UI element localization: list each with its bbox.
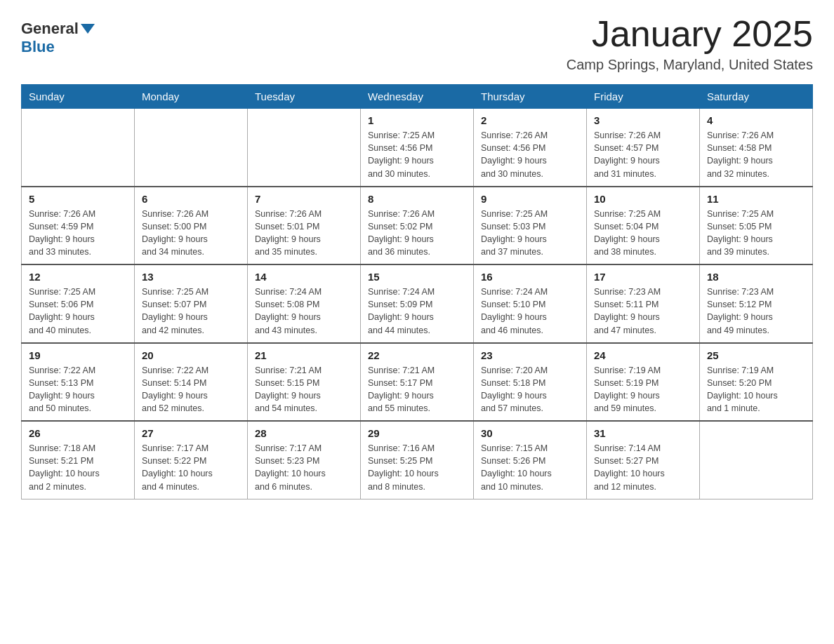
calendar-cell: 15Sunrise: 7:24 AM Sunset: 5:09 PM Dayli…	[361, 264, 474, 343]
calendar-cell: 27Sunrise: 7:17 AM Sunset: 5:22 PM Dayli…	[135, 421, 248, 499]
day-number: 3	[594, 114, 692, 126]
day-info: Sunrise: 7:15 AM Sunset: 5:26 PM Dayligh…	[481, 442, 579, 493]
day-info: Sunrise: 7:19 AM Sunset: 5:19 PM Dayligh…	[594, 364, 692, 415]
calendar-cell	[135, 109, 248, 187]
day-number: 1	[368, 114, 466, 126]
day-info: Sunrise: 7:19 AM Sunset: 5:20 PM Dayligh…	[707, 364, 805, 415]
calendar-cell: 23Sunrise: 7:20 AM Sunset: 5:18 PM Dayli…	[474, 343, 587, 422]
calendar-week-row: 12Sunrise: 7:25 AM Sunset: 5:06 PM Dayli…	[22, 264, 813, 343]
day-number: 26	[29, 427, 127, 439]
calendar-cell	[700, 421, 813, 499]
calendar-cell: 10Sunrise: 7:25 AM Sunset: 5:04 PM Dayli…	[587, 187, 700, 265]
day-info: Sunrise: 7:18 AM Sunset: 5:21 PM Dayligh…	[29, 442, 127, 493]
calendar-cell: 13Sunrise: 7:25 AM Sunset: 5:07 PM Dayli…	[135, 264, 248, 343]
day-number: 6	[142, 193, 240, 205]
calendar-cell: 29Sunrise: 7:16 AM Sunset: 5:25 PM Dayli…	[361, 421, 474, 499]
calendar-cell: 20Sunrise: 7:22 AM Sunset: 5:14 PM Dayli…	[135, 343, 248, 422]
day-info: Sunrise: 7:22 AM Sunset: 5:13 PM Dayligh…	[29, 364, 127, 415]
calendar-cell: 30Sunrise: 7:15 AM Sunset: 5:26 PM Dayli…	[474, 421, 587, 499]
day-number: 20	[142, 349, 240, 361]
day-info: Sunrise: 7:17 AM Sunset: 5:22 PM Dayligh…	[142, 442, 240, 493]
day-number: 8	[368, 193, 466, 205]
day-number: 9	[481, 193, 579, 205]
day-info: Sunrise: 7:25 AM Sunset: 5:05 PM Dayligh…	[707, 208, 805, 259]
calendar-cell: 19Sunrise: 7:22 AM Sunset: 5:13 PM Dayli…	[22, 343, 135, 422]
day-info: Sunrise: 7:26 AM Sunset: 4:56 PM Dayligh…	[481, 129, 579, 180]
day-number: 21	[255, 349, 353, 361]
calendar-title: January 2025	[567, 14, 813, 54]
calendar-week-row: 19Sunrise: 7:22 AM Sunset: 5:13 PM Dayli…	[22, 343, 813, 422]
day-info: Sunrise: 7:14 AM Sunset: 5:27 PM Dayligh…	[594, 442, 692, 493]
day-info: Sunrise: 7:25 AM Sunset: 5:04 PM Dayligh…	[594, 208, 692, 259]
day-info: Sunrise: 7:26 AM Sunset: 5:00 PM Dayligh…	[142, 208, 240, 259]
day-number: 10	[594, 193, 692, 205]
day-info: Sunrise: 7:25 AM Sunset: 5:06 PM Dayligh…	[29, 286, 127, 337]
day-number: 27	[142, 427, 240, 439]
calendar-cell: 17Sunrise: 7:23 AM Sunset: 5:11 PM Dayli…	[587, 264, 700, 343]
day-info: Sunrise: 7:26 AM Sunset: 4:58 PM Dayligh…	[707, 129, 805, 180]
calendar-cell: 25Sunrise: 7:19 AM Sunset: 5:20 PM Dayli…	[700, 343, 813, 422]
calendar-cell: 4Sunrise: 7:26 AM Sunset: 4:58 PM Daylig…	[700, 109, 813, 187]
calendar-cell: 14Sunrise: 7:24 AM Sunset: 5:08 PM Dayli…	[248, 264, 361, 343]
day-number: 19	[29, 349, 127, 361]
day-info: Sunrise: 7:16 AM Sunset: 5:25 PM Dayligh…	[368, 442, 466, 493]
day-of-week-header: Monday	[135, 85, 248, 109]
day-number: 15	[368, 271, 466, 283]
logo-general-text: General	[21, 20, 79, 38]
calendar-cell	[248, 109, 361, 187]
calendar-cell: 2Sunrise: 7:26 AM Sunset: 4:56 PM Daylig…	[474, 109, 587, 187]
day-number: 11	[707, 193, 805, 205]
calendar-cell: 8Sunrise: 7:26 AM Sunset: 5:02 PM Daylig…	[361, 187, 474, 265]
day-info: Sunrise: 7:25 AM Sunset: 5:03 PM Dayligh…	[481, 208, 579, 259]
calendar-cell: 21Sunrise: 7:21 AM Sunset: 5:15 PM Dayli…	[248, 343, 361, 422]
day-info: Sunrise: 7:17 AM Sunset: 5:23 PM Dayligh…	[255, 442, 353, 493]
day-number: 23	[481, 349, 579, 361]
day-number: 17	[594, 271, 692, 283]
calendar-week-row: 26Sunrise: 7:18 AM Sunset: 5:21 PM Dayli…	[22, 421, 813, 499]
day-info: Sunrise: 7:26 AM Sunset: 4:57 PM Dayligh…	[594, 129, 692, 180]
title-area: January 2025 Camp Springs, Maryland, Uni…	[567, 14, 813, 73]
day-of-week-header: Friday	[587, 85, 700, 109]
day-number: 12	[29, 271, 127, 283]
day-info: Sunrise: 7:26 AM Sunset: 5:02 PM Dayligh…	[368, 208, 466, 259]
day-info: Sunrise: 7:25 AM Sunset: 5:07 PM Dayligh…	[142, 286, 240, 337]
day-number: 29	[368, 427, 466, 439]
day-number: 30	[481, 427, 579, 439]
calendar-cell: 31Sunrise: 7:14 AM Sunset: 5:27 PM Dayli…	[587, 421, 700, 499]
calendar-week-row: 5Sunrise: 7:26 AM Sunset: 4:59 PM Daylig…	[22, 187, 813, 265]
calendar-cell: 26Sunrise: 7:18 AM Sunset: 5:21 PM Dayli…	[22, 421, 135, 499]
day-of-week-header: Sunday	[22, 85, 135, 109]
calendar-cell: 24Sunrise: 7:19 AM Sunset: 5:19 PM Dayli…	[587, 343, 700, 422]
logo: General Blue	[21, 14, 97, 56]
day-info: Sunrise: 7:20 AM Sunset: 5:18 PM Dayligh…	[481, 364, 579, 415]
calendar-cell: 18Sunrise: 7:23 AM Sunset: 5:12 PM Dayli…	[700, 264, 813, 343]
day-number: 16	[481, 271, 579, 283]
calendar-cell: 28Sunrise: 7:17 AM Sunset: 5:23 PM Dayli…	[248, 421, 361, 499]
calendar-cell: 5Sunrise: 7:26 AM Sunset: 4:59 PM Daylig…	[22, 187, 135, 265]
calendar-cell: 12Sunrise: 7:25 AM Sunset: 5:06 PM Dayli…	[22, 264, 135, 343]
day-number: 4	[707, 114, 805, 126]
day-of-week-header: Wednesday	[361, 85, 474, 109]
calendar-cell: 11Sunrise: 7:25 AM Sunset: 5:05 PM Dayli…	[700, 187, 813, 265]
days-header-row: SundayMondayTuesdayWednesdayThursdayFrid…	[22, 85, 813, 109]
day-number: 31	[594, 427, 692, 439]
day-info: Sunrise: 7:21 AM Sunset: 5:15 PM Dayligh…	[255, 364, 353, 415]
day-info: Sunrise: 7:25 AM Sunset: 4:56 PM Dayligh…	[368, 129, 466, 180]
calendar-week-row: 1Sunrise: 7:25 AM Sunset: 4:56 PM Daylig…	[22, 109, 813, 187]
logo-blue-text: Blue	[21, 38, 55, 55]
day-number: 5	[29, 193, 127, 205]
day-number: 25	[707, 349, 805, 361]
day-of-week-header: Tuesday	[248, 85, 361, 109]
calendar-cell	[22, 109, 135, 187]
day-number: 2	[481, 114, 579, 126]
day-number: 28	[255, 427, 353, 439]
calendar-cell: 9Sunrise: 7:25 AM Sunset: 5:03 PM Daylig…	[474, 187, 587, 265]
day-of-week-header: Thursday	[474, 85, 587, 109]
calendar-cell: 3Sunrise: 7:26 AM Sunset: 4:57 PM Daylig…	[587, 109, 700, 187]
day-number: 13	[142, 271, 240, 283]
day-info: Sunrise: 7:22 AM Sunset: 5:14 PM Dayligh…	[142, 364, 240, 415]
day-of-week-header: Saturday	[700, 85, 813, 109]
day-number: 14	[255, 271, 353, 283]
calendar-cell: 7Sunrise: 7:26 AM Sunset: 5:01 PM Daylig…	[248, 187, 361, 265]
day-info: Sunrise: 7:21 AM Sunset: 5:17 PM Dayligh…	[368, 364, 466, 415]
